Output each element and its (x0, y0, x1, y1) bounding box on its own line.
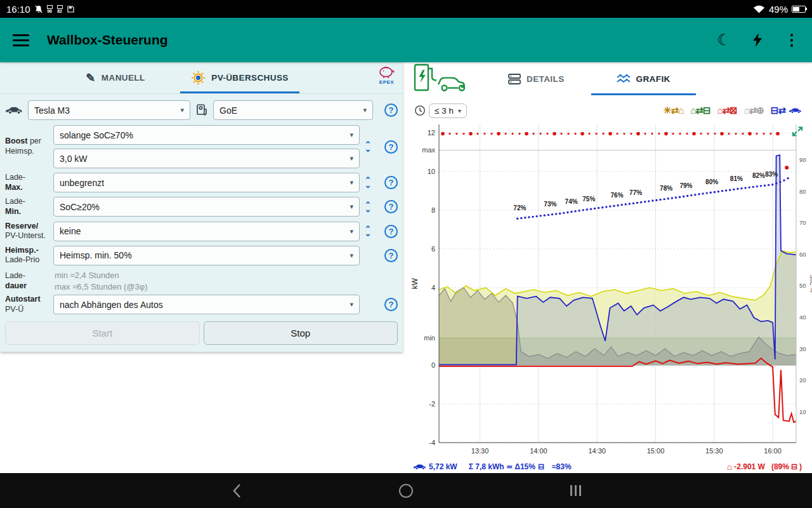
boost-label: Boost per Heimsp. (5, 137, 53, 156)
boost-stepper[interactable]: ⌃ ⌄ (360, 142, 376, 151)
autostart-help-button[interactable]: ? (384, 298, 398, 311)
svg-text:80: 80 (799, 188, 806, 195)
svg-text:15:30: 15:30 (705, 447, 723, 455)
dark-mode-icon[interactable]: ☾ (717, 32, 731, 48)
chevron-down-icon: ▾ (344, 178, 353, 187)
svg-text:-2: -2 (429, 400, 435, 408)
reserve-select[interactable]: keine ▾ (53, 222, 360, 241)
tab-grafik[interactable]: GRAFIK (608, 62, 679, 95)
time-range-select[interactable]: ≤ 3 h ▾ (429, 104, 467, 118)
status-bar: 16:10 96 82 49% (0, 0, 812, 18)
clock-icon (414, 105, 426, 116)
chevron-down-icon: ▾ (344, 227, 353, 236)
back-button[interactable] (232, 483, 242, 499)
epex-button[interactable]: EPEX (378, 65, 395, 85)
charger-select[interactable]: GoE ▾ (213, 100, 373, 120)
epex-label: EPEX (379, 79, 394, 85)
ladedauer-value: min ≈2,4 Stunden max ≈6,5 Stunden (@3φ) (53, 270, 360, 292)
boost-help-button[interactable]: ? (384, 140, 398, 154)
svg-text:15:00: 15:00 (647, 447, 665, 455)
svg-text:4: 4 (431, 284, 435, 291)
svg-text:10: 10 (799, 408, 806, 415)
autostart-row: Autostart PV-Ü nach Abhängen des Autos ▾… (5, 295, 398, 314)
manual-icon: ✎ (86, 71, 95, 85)
charge-bolt-icon[interactable] (752, 32, 763, 48)
vehicle-select[interactable]: Tesla M3 ▾ (28, 100, 190, 120)
reserve-stepper[interactable]: ⌃ ⌄ (360, 227, 376, 236)
chevron-down-icon: ▾ (458, 107, 461, 114)
legend-home-to-grid[interactable]: ⌂⇄⊕ (744, 105, 764, 116)
svg-text:78%: 78% (660, 185, 672, 192)
status-badge-2: 82 (57, 5, 63, 13)
home-button[interactable] (399, 484, 413, 498)
lade-min-help-button[interactable]: ? (384, 200, 398, 213)
svg-text:12: 12 (428, 129, 435, 137)
charge-settings-panel: ✎ MANUELL PV-ÜBERSCHUSS (0, 62, 403, 352)
legend-home-to-battery[interactable]: ⌂⇄⊟ (690, 105, 710, 116)
chevron-down-icon: ▾ (344, 300, 353, 309)
svg-text:max: max (422, 146, 435, 154)
details-icon (508, 74, 521, 84)
boost-condition-select[interactable]: solange SoC≥70% ▾ (53, 125, 360, 145)
svg-text:14:00: 14:00 (530, 447, 547, 455)
clock-time: 16:10 (6, 4, 30, 15)
tab-manuell[interactable]: ✎ MANUELL (53, 62, 178, 93)
heimsp-prio-help-button[interactable]: ? (384, 249, 398, 262)
legend-battery-to-car[interactable]: ⊟⇄ (771, 105, 802, 116)
car-icon (789, 107, 802, 114)
app-bar: Wallbox-Steuerung ☾ ⋮ (0, 18, 812, 62)
lade-min-row: Lade- Min. SoC≥20% ▾ ⌃ ⌄ ? (5, 197, 398, 217)
svg-text:50: 50 (799, 282, 806, 289)
svg-text:13:30: 13:30 (471, 447, 489, 455)
svg-text:min: min (424, 334, 435, 342)
reserve-help-button[interactable]: ? (384, 225, 398, 238)
lade-min-stepper[interactable]: ⌃ ⌄ (360, 203, 376, 211)
svg-text:16:00: 16:00 (764, 447, 782, 455)
battery-icon (792, 6, 806, 13)
battery-percent: 49% (769, 4, 788, 15)
lade-max-help-button[interactable]: ? (384, 176, 398, 189)
lade-max-label: Lade- Max. (5, 173, 53, 192)
fullscreen-icon[interactable] (792, 126, 803, 140)
legend-pv-to-home[interactable]: ☀⇄⌂ (663, 105, 683, 116)
status-panel: DETAILS GRAFIK ≤ 3 h ▾ ☀⇄⌂ ⌂⇄⊟ ⌂⇄⊠ ⌂⇄⊕ (409, 62, 812, 473)
charger-help-button[interactable]: ? (384, 104, 398, 117)
svg-text:83%: 83% (765, 171, 778, 178)
svg-text:60: 60 (799, 251, 806, 258)
chevron-down-icon: ▾ (358, 106, 367, 114)
chevron-down-icon: ▾ (175, 106, 184, 114)
svg-text:79%: 79% (679, 182, 692, 189)
bell-slash-icon (35, 5, 43, 13)
reserve-row: Reserve/ PV-Unterst. keine ▾ ⌃ ⌄ ? (5, 222, 398, 241)
tab-pv-ueberschuss[interactable]: PV-ÜBERSCHUSS (178, 62, 302, 93)
svg-text:76%: 76% (611, 192, 624, 199)
svg-text:73%: 73% (544, 201, 556, 208)
wallbox-icon (195, 104, 208, 117)
lade-max-select[interactable]: unbegrenzt ▾ (53, 173, 360, 192)
autostart-select[interactable]: nach Abhängen des Autos ▾ (53, 295, 360, 314)
chevron-down-icon: ▾ (344, 131, 353, 139)
stop-button[interactable]: Stop (204, 321, 398, 345)
car-icon (5, 106, 23, 114)
heimsp-prio-select[interactable]: Heimsp. min. 50% ▾ (53, 246, 360, 265)
lade-min-label: Lade- Min. (5, 197, 53, 217)
recents-button[interactable] (570, 485, 581, 496)
svg-text:14:30: 14:30 (588, 447, 606, 455)
status-badge-1: 96 (47, 5, 53, 13)
menu-icon[interactable] (13, 34, 29, 46)
lade-min-select[interactable]: SoC≥20% ▾ (53, 197, 360, 217)
svg-text:80%: 80% (705, 178, 718, 185)
svg-text:70: 70 (799, 219, 806, 226)
tab-details[interactable]: DETAILS (499, 62, 573, 95)
page-title: Wallbox-Steuerung (47, 32, 168, 48)
boost-power-select[interactable]: 3,0 kW ▾ (53, 149, 360, 168)
overflow-menu-icon[interactable]: ⋮ (784, 32, 799, 48)
legend-home-grid-locked[interactable]: ⌂⇄⊠ (717, 105, 737, 116)
step-down-icon: ⌄ (365, 183, 372, 187)
chevron-down-icon: ▾ (344, 251, 353, 260)
start-button[interactable]: Start (5, 321, 200, 345)
lade-max-stepper[interactable]: ⌃ ⌄ (360, 178, 376, 187)
flow-legend: ☀⇄⌂ ⌂⇄⊟ ⌂⇄⊠ ⌂⇄⊕ ⊟⇄ (663, 105, 802, 116)
svg-text:40: 40 (799, 314, 806, 321)
svg-text:SoC %: SoC % (809, 274, 812, 292)
